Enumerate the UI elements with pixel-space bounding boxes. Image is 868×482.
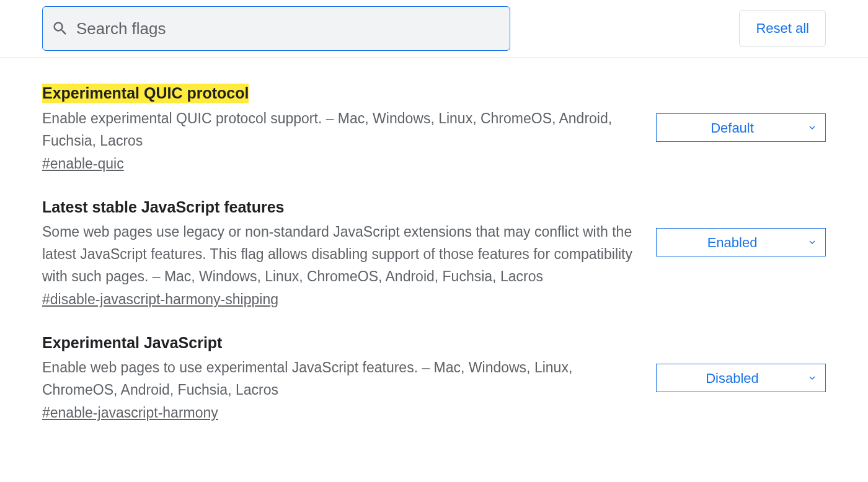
- flag-state-select[interactable]: Default: [656, 113, 826, 142]
- flag-content: Experimental QUIC protocol Enable experi…: [42, 84, 637, 172]
- flag-title: Latest stable JavaScript features: [42, 198, 284, 216]
- flag-description: Enable web pages to use experimental Jav…: [42, 357, 637, 401]
- flag-hash-link[interactable]: #enable-quic: [42, 156, 124, 172]
- flag-hash-link[interactable]: #disable-javascript-harmony-shipping: [42, 291, 278, 308]
- flag-description: Some web pages use legacy or non-standar…: [42, 221, 637, 287]
- flag-hash-link[interactable]: #enable-javascript-harmony: [42, 405, 218, 421]
- flags-list: Experimental QUIC protocol Enable experi…: [0, 58, 868, 421]
- flag-title: Experimental JavaScript: [42, 334, 222, 352]
- flag-title: Experimental QUIC protocol: [42, 84, 249, 103]
- flag-state-select[interactable]: Disabled: [656, 364, 826, 392]
- select-wrapper: Enabled: [656, 228, 826, 256]
- flag-item: Experimental JavaScript Enable web pages…: [42, 308, 826, 421]
- flag-description: Enable experimental QUIC protocol suppor…: [42, 108, 637, 152]
- flag-select-wrapper: Disabled: [656, 334, 826, 392]
- flag-state-select[interactable]: Enabled: [656, 228, 826, 256]
- flag-select-wrapper: Enabled: [656, 198, 826, 256]
- search-container[interactable]: [42, 6, 510, 51]
- header-bar: Reset all: [0, 0, 868, 58]
- flag-item: Latest stable JavaScript features Some w…: [42, 172, 826, 308]
- flag-item: Experimental QUIC protocol Enable experi…: [42, 58, 826, 172]
- flag-select-wrapper: Default: [656, 84, 826, 142]
- select-wrapper: Disabled: [656, 364, 826, 392]
- select-wrapper: Default: [656, 113, 826, 142]
- search-icon: [51, 20, 69, 37]
- reset-all-button[interactable]: Reset all: [739, 10, 826, 47]
- flag-content: Experimental JavaScript Enable web pages…: [42, 334, 637, 421]
- search-input[interactable]: [69, 19, 501, 38]
- flag-content: Latest stable JavaScript features Some w…: [42, 198, 637, 308]
